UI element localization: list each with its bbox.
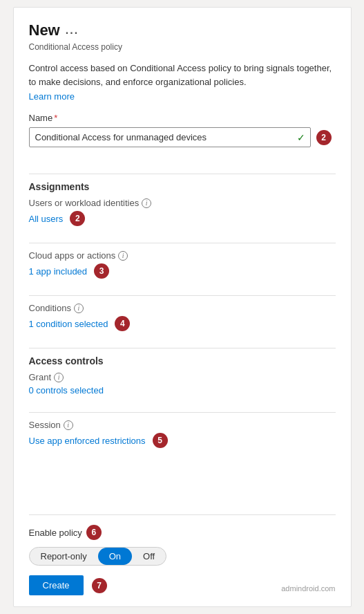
toggle-off[interactable]: Off — [132, 548, 166, 565]
users-value[interactable]: All users 2 — [29, 211, 336, 226]
spacer — [29, 458, 336, 514]
assignments-heading: Assignments — [29, 181, 336, 192]
bottom-row: Create 7 admindroid.com — [29, 575, 336, 595]
divider-2 — [29, 243, 336, 243]
description-text: Control access based on Conditional Acce… — [29, 62, 336, 89]
required-star: * — [54, 113, 57, 123]
grant-label: Grant i — [29, 372, 336, 382]
grant-value[interactable]: 0 controls selected — [29, 385, 336, 396]
check-icon: ✓ — [297, 132, 305, 143]
create-badge: 7 — [92, 578, 107, 593]
title-text: New — [29, 21, 60, 39]
users-badge: 2 — [70, 211, 85, 226]
panel-title: New ... — [29, 21, 79, 39]
users-info-icon[interactable]: i — [142, 198, 151, 208]
access-controls-heading: Access controls — [29, 355, 336, 366]
session-info-icon[interactable]: i — [64, 420, 73, 430]
conditions-section: Conditions i 1 condition selected 4 — [29, 303, 336, 333]
enable-policy-label: Enable policy 6 — [29, 525, 336, 540]
page-container: New ... Conditional Access policy Contro… — [0, 0, 364, 614]
grant-section: Grant i 0 controls selected — [29, 372, 336, 397]
name-field-section: Name* ✓ 2 — [29, 113, 336, 158]
divider-1 — [29, 174, 336, 174]
session-badge: 5 — [153, 433, 168, 448]
name-input-wrapper: ✓ 2 — [29, 127, 311, 147]
divider-5 — [29, 412, 336, 413]
panel-subtitle: Conditional Access policy — [29, 42, 336, 52]
session-value[interactable]: Use app enforced restrictions 5 — [29, 433, 336, 448]
grant-info-icon[interactable]: i — [54, 373, 64, 382]
name-input[interactable] — [29, 127, 311, 147]
cloud-apps-info-icon[interactable]: i — [118, 251, 128, 261]
session-label: Session i — [29, 420, 336, 430]
cloud-apps-badge: 3 — [94, 263, 109, 279]
enable-policy-badge: 6 — [86, 525, 102, 540]
description-content: Control access based on Conditional Acce… — [29, 63, 332, 87]
panel: New ... Conditional Access policy Contro… — [13, 7, 352, 607]
cloud-apps-label: Cloud apps or actions i — [29, 250, 336, 261]
title-dots: ... — [66, 24, 79, 37]
conditions-info-icon[interactable]: i — [74, 304, 84, 313]
cloud-apps-section: Cloud apps or actions i 1 app included 3 — [29, 250, 336, 280]
session-section: Session i Use app enforced restrictions … — [29, 420, 336, 449]
toggle-on[interactable]: On — [98, 548, 132, 565]
toggle-report-only[interactable]: Report-only — [30, 548, 98, 565]
divider-4 — [29, 348, 336, 348]
conditions-badge: 4 — [115, 316, 130, 331]
divider-3 — [29, 295, 336, 296]
create-button[interactable]: Create — [29, 575, 84, 595]
name-badge: 2 — [316, 130, 332, 145]
users-section: Users or workload identities i All users… — [29, 198, 336, 227]
footer-text: admindroid.com — [281, 584, 335, 593]
learn-more-link[interactable]: Learn more — [29, 91, 336, 102]
bottom-section: Enable policy 6 Report-only On Off Creat… — [29, 514, 336, 595]
conditions-value[interactable]: 1 condition selected 4 — [29, 316, 336, 331]
users-label: Users or workload identities i — [29, 198, 336, 208]
conditions-label: Conditions i — [29, 303, 336, 313]
name-field-label: Name* — [29, 113, 336, 123]
toggle-group[interactable]: Report-only On Off — [29, 547, 167, 566]
cloud-apps-value[interactable]: 1 app included 3 — [29, 263, 336, 279]
